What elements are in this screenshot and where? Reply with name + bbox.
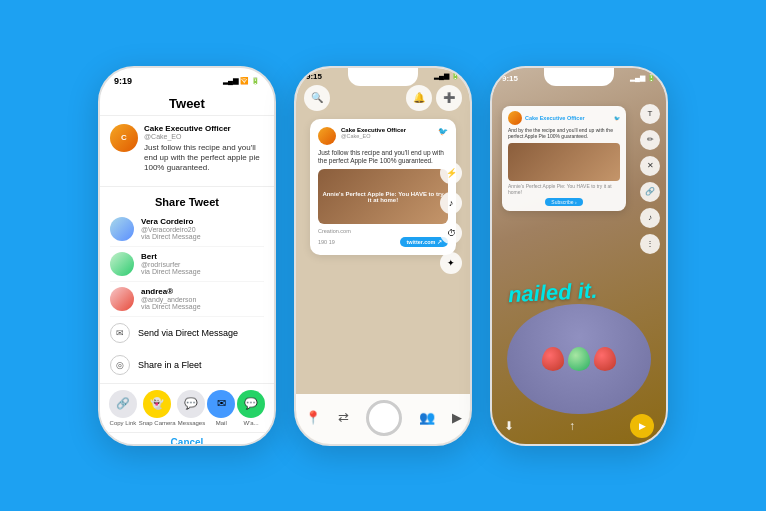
- cancel-button[interactable]: Cancel: [100, 432, 274, 446]
- left-content: Tweet C Cake Executive Officer @Cake_EO …: [100, 90, 274, 446]
- text-icon[interactable]: T: [640, 104, 660, 124]
- user-info-2: Bert @rodrísurfer via Direct Message: [141, 252, 264, 275]
- mid-tweet-meta: Cake Executive Officer @Cake_EO: [341, 127, 433, 139]
- wifi-icon: 🛜: [240, 77, 249, 85]
- user-avatar-1: [110, 217, 134, 241]
- right-avatar: [508, 111, 522, 125]
- share-user-item[interactable]: Vera Cordeiro @Veracordeiro20 via Direct…: [110, 212, 264, 247]
- effects-icon[interactable]: ✦: [440, 252, 462, 274]
- right-content: 9:15 ▂▄▆ 🔋 Cake Executive Officer 🐦 And …: [492, 68, 666, 444]
- battery-icon: 🔋: [251, 77, 260, 85]
- apple-bowl: [507, 304, 651, 414]
- whatsapp-label: W'a...: [243, 420, 258, 426]
- snap-camera-icon: 👻: [143, 390, 171, 418]
- share-user-item[interactable]: andrea® @andy_anderson via Direct Messag…: [110, 282, 264, 317]
- mail-item[interactable]: ✉ Mail: [207, 390, 235, 426]
- copy-link-label: Copy Link: [110, 420, 137, 426]
- music-icon[interactable]: ♪: [440, 192, 462, 214]
- battery-icon-m: 🔋: [451, 72, 460, 80]
- phone-left: 9:19 ▂▄▆ 🛜 🔋 Tweet C Cake Executive Offi…: [98, 66, 276, 446]
- whatsapp-item[interactable]: 💬 W'a...: [237, 390, 265, 426]
- notification-icon-mid[interactable]: 🔔: [406, 85, 432, 111]
- apple-red: [542, 347, 564, 371]
- mid-tweet-image: Annie's Perfect Apple Pie: You HAVE to t…: [318, 169, 448, 224]
- share-user-list: Vera Cordeiro @Veracordeiro20 via Direct…: [100, 212, 274, 317]
- search-icon-mid[interactable]: 🔍: [304, 85, 330, 111]
- right-side-icons: T ✏ ✕ 🔗 ♪ ⋮: [640, 104, 660, 254]
- messages-item[interactable]: 💬 Messages: [177, 390, 205, 426]
- user-sub-3: via Direct Message: [141, 303, 264, 310]
- share-icon-right[interactable]: ↑: [569, 419, 575, 433]
- capture-button[interactable]: [366, 400, 402, 436]
- mid-image-label: Annie's Perfect Apple Pie: You HAVE to t…: [318, 189, 448, 205]
- arrows-icon[interactable]: ⇄: [338, 410, 349, 425]
- tweet-header-title: Tweet: [169, 96, 205, 111]
- right-tweet-footer: Annie's Perfect Apple Pie: You HAVE to t…: [508, 183, 620, 195]
- timer-icon[interactable]: ⏱: [440, 222, 462, 244]
- copy-link-item[interactable]: 🔗 Copy Link: [109, 390, 137, 426]
- right-bottom-bar: ⬇ ↑ ▶: [492, 410, 666, 444]
- signal-icons-right: ▂▄▆ 🔋: [630, 74, 656, 82]
- play-icon[interactable]: ▶: [452, 410, 462, 425]
- user-handle-2: @rodrísurfer: [141, 261, 264, 268]
- mid-tweet-stats: 190 19: [318, 239, 335, 245]
- user-name-3: andrea®: [141, 287, 264, 296]
- mail-icon: ✉: [207, 390, 235, 418]
- mid-tweet-link: Creation.com: [318, 228, 448, 234]
- whatsapp-icon: 💬: [237, 390, 265, 418]
- mid-top-right-icons: 🔔 ➕: [406, 85, 462, 111]
- mid-tweet-text: Just follow this recipe and you'll end u…: [318, 149, 448, 166]
- add-icon-mid[interactable]: ➕: [436, 85, 462, 111]
- time-middle: 9:15: [306, 72, 322, 81]
- user-name-1: Vera Cordeiro: [141, 217, 264, 226]
- right-tweet-top: Cake Executive Officer 🐦: [508, 111, 620, 125]
- share-user-item[interactable]: Bert @rodrísurfer via Direct Message: [110, 247, 264, 282]
- play-button-right[interactable]: ▶: [630, 414, 654, 438]
- pencil-icon[interactable]: ✏: [640, 130, 660, 150]
- right-twitter-icon: 🐦: [614, 115, 620, 121]
- phones-container: 9:19 ▂▄▆ 🛜 🔋 Tweet C Cake Executive Offi…: [78, 46, 688, 466]
- people-icon[interactable]: 👥: [419, 410, 435, 425]
- tweet-header: Tweet: [100, 90, 274, 116]
- time-left: 9:19: [114, 76, 132, 86]
- tweet-meta: Cake Executive Officer @Cake_EO Just fol…: [144, 124, 264, 174]
- user-info-1: Vera Cordeiro @Veracordeiro20 via Direct…: [141, 217, 264, 240]
- signal-icons-middle: ▂▄▆ 🔋: [434, 72, 460, 80]
- share-fleet-option[interactable]: ◎ Share in a Fleet: [100, 349, 274, 381]
- mid-bottom-bar: 📍 ⇄ 👥 ▶: [296, 394, 470, 444]
- signal-icon: ▂▄▆: [223, 77, 238, 85]
- mid-tweet-footer: 190 19 twitter.com ↗: [318, 237, 448, 247]
- mid-top-icons: 🔍 🔔 ➕: [296, 83, 470, 115]
- user-handle-3: @andy_anderson: [141, 296, 264, 303]
- avatar: C: [110, 124, 138, 152]
- dots-icon[interactable]: ⋮: [640, 234, 660, 254]
- location-icon[interactable]: 📍: [305, 410, 321, 425]
- middle-content: 9:15 ▂▄▆ 🔋 🔍 🔔 ➕ Cake Executive Officer: [296, 68, 470, 444]
- phone-right: 9:15 ▂▄▆ 🔋 Cake Executive Officer 🐦 And …: [490, 66, 668, 446]
- user-sub-1: via Direct Message: [141, 233, 264, 240]
- link-icon[interactable]: 🔗: [640, 182, 660, 202]
- user-info-3: andrea® @andy_anderson via Direct Messag…: [141, 287, 264, 310]
- right-subscribe-area: Subscribe ›: [508, 198, 620, 206]
- dm-icon: ✉: [110, 323, 130, 343]
- subscribe-button[interactable]: Subscribe ›: [545, 198, 582, 206]
- right-tweet-author: Cake Executive Officer: [525, 115, 585, 121]
- apple-red-2: [594, 347, 616, 371]
- download-icon[interactable]: ⬇: [504, 419, 514, 433]
- right-tweet-card: Cake Executive Officer 🐦 And by the the …: [502, 106, 626, 211]
- copy-link-icon: 🔗: [109, 390, 137, 418]
- tweet-text: Just follow this recipe and you'll end u…: [144, 143, 264, 174]
- snap-camera-item[interactable]: 👻 Snap Camera: [139, 390, 176, 426]
- mid-tweet-card: Cake Executive Officer @Cake_EO 🐦 Just f…: [310, 119, 456, 256]
- share-tweet-title: Share Tweet: [100, 191, 274, 212]
- snap-camera-label: Snap Camera: [139, 420, 176, 426]
- send-dm-option[interactable]: ✉ Send via Direct Message: [100, 317, 274, 349]
- notch-right: [544, 68, 614, 86]
- phone-middle: 9:15 ▂▄▆ 🔋 🔍 🔔 ➕ Cake Executive Officer: [294, 66, 472, 446]
- close-icon[interactable]: ✕: [640, 156, 660, 176]
- mid-avatar: [318, 127, 336, 145]
- flash-icon[interactable]: ⚡: [440, 162, 462, 184]
- bottom-icons-row: 🔗 Copy Link 👻 Snap Camera 💬 Messages ✉ M…: [100, 383, 274, 430]
- user-avatar-2: [110, 252, 134, 276]
- music-note-icon[interactable]: ♪: [640, 208, 660, 228]
